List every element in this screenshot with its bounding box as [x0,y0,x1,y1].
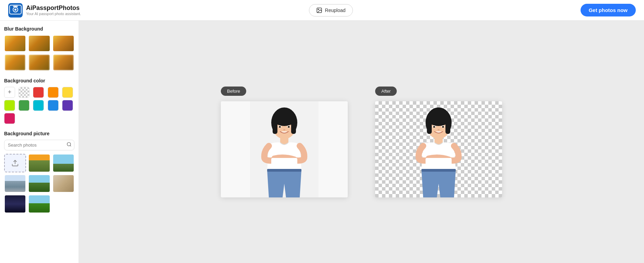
blur-thumb-2[interactable] [28,35,50,52]
search-button[interactable] [67,142,72,148]
logo-subtitle: Your AI passport photo assistant. [26,12,81,16]
orange-swatch[interactable] [48,87,59,98]
before-panel: Before [221,87,348,197]
app-header: AiPassportPhotos Your AI passport photo … [0,0,644,21]
search-icon [67,142,72,147]
reupload-button[interactable]: Reupload [309,4,353,16]
red-swatch[interactable] [33,87,44,98]
bg-pic-mountain-1[interactable] [4,174,26,193]
after-photo-frame [375,101,502,197]
cyan-swatch[interactable] [33,100,44,111]
lime-swatch[interactable] [4,100,15,111]
app-layout: Blur Background Background color + Backg… [0,21,644,263]
blur-thumb-3[interactable] [52,35,74,52]
svg-point-35 [442,126,444,128]
svg-rect-38 [421,169,456,172]
green-swatch[interactable] [19,100,29,111]
purple-swatch[interactable] [4,113,15,124]
background-color-title: Background color [4,78,74,83]
svg-rect-37 [426,158,452,170]
upload-icon [11,159,19,167]
blur-thumb-1[interactable] [4,35,26,52]
reupload-label: Reupload [325,8,346,13]
background-picture-grid [4,154,74,213]
bg-pic-mountain-2[interactable] [28,174,50,193]
blur-thumb-5[interactable] [28,54,50,71]
color-grid: + [4,87,74,124]
logo-icon [8,3,23,18]
svg-rect-24 [271,158,297,170]
after-person-svg [404,101,473,197]
yellow-swatch[interactable] [62,87,73,98]
svg-point-7 [67,142,71,146]
reupload-icon [316,7,322,13]
svg-point-36 [438,129,440,130]
search-wrap [4,140,74,150]
bg-pic-nature-2[interactable] [52,154,74,172]
svg-point-6 [318,9,319,10]
before-person-svg [250,101,319,197]
background-picture-title: Background picture [4,131,74,136]
svg-rect-31 [445,120,450,134]
svg-point-23 [283,129,285,130]
svg-point-3 [14,9,16,11]
blur-background-grid [4,35,74,71]
transparent-swatch[interactable] [19,87,29,98]
blur-background-title: Blur Background [4,26,74,32]
sidebar: Blur Background Background color + Backg… [0,21,79,263]
blur-thumb-4[interactable] [4,54,26,71]
logo-title: AiPassportPhotos [26,4,81,12]
svg-rect-16 [291,120,296,134]
svg-point-22 [288,126,290,128]
main-content: Before [79,21,644,263]
upload-pic-button[interactable] [4,154,26,172]
before-badge: Before [221,87,246,96]
svg-rect-25 [267,169,301,172]
svg-rect-4 [13,6,18,7]
get-photos-button[interactable]: Get photos now [581,4,636,16]
logo-text: AiPassportPhotos Your AI passport photo … [26,4,81,16]
bg-pic-dark-1[interactable] [4,195,26,213]
blur-thumb-6[interactable] [52,54,74,71]
indigo-swatch[interactable] [62,100,73,111]
blue-swatch[interactable] [48,100,59,111]
bg-pic-indoor-1[interactable] [52,174,74,193]
svg-line-8 [70,146,71,147]
before-photo [221,101,348,197]
svg-rect-30 [427,120,432,134]
after-panel: After [375,87,502,197]
after-photo [375,101,502,197]
bg-pic-green-1[interactable] [28,195,50,213]
logo-area: AiPassportPhotos Your AI passport photo … [8,3,81,18]
search-input[interactable] [4,140,74,150]
bg-pic-nature-1[interactable] [28,154,50,172]
after-badge: After [375,87,397,96]
before-photo-frame [221,101,348,197]
svg-rect-15 [273,120,277,134]
add-color-swatch[interactable]: + [4,87,15,98]
svg-point-34 [433,126,435,128]
svg-point-21 [279,126,281,128]
